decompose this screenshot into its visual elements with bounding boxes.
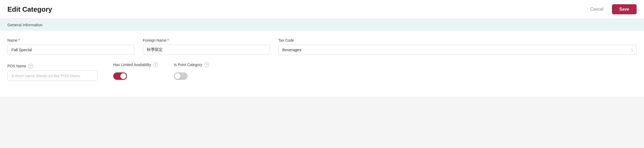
section-general-info-label: General Information	[7, 23, 43, 27]
foreign-name-input[interactable]	[143, 45, 270, 55]
pos-name-input[interactable]	[7, 71, 97, 81]
pos-name-help-icon[interactable]: ?	[28, 64, 33, 68]
pos-name-label: POS Name ?	[7, 64, 97, 68]
save-button[interactable]: Save	[612, 4, 637, 14]
has-limited-availability-help-icon[interactable]: ?	[153, 62, 158, 67]
page-header: Edit Category Cancel Save	[0, 0, 644, 19]
form-row-1: Name* Foreign Name* Tax Code Beverages F…	[7, 38, 637, 55]
is-point-category-help-icon[interactable]: ?	[204, 62, 209, 67]
pos-name-field-group: POS Name ?	[7, 64, 97, 81]
has-limited-availability-toggle-group: Has Limited Availability ?	[113, 62, 158, 81]
header-actions: Cancel Save	[586, 4, 637, 14]
tax-code-field-group: Tax Code Beverages Food Alcohol None ⤵	[278, 38, 637, 55]
tax-code-label: Tax Code	[278, 38, 637, 42]
tax-code-select-wrapper: Beverages Food Alcohol None ⤵	[278, 45, 637, 55]
name-input[interactable]	[7, 45, 134, 55]
is-point-category-toggle[interactable]	[174, 72, 188, 80]
name-required-star: *	[18, 38, 20, 42]
is-point-category-slider	[174, 72, 188, 80]
is-point-category-toggle-group: Is Point Category ?	[174, 62, 209, 81]
is-point-category-label: Is Point Category ?	[174, 62, 209, 67]
foreign-name-label: Foreign Name*	[143, 38, 270, 42]
name-field-group: Name*	[7, 38, 134, 55]
page-title: Edit Category	[7, 5, 52, 14]
name-label: Name*	[7, 38, 134, 42]
has-limited-availability-label: Has Limited Availability ?	[113, 62, 158, 67]
section-general-info: General Information	[0, 19, 644, 31]
cancel-button[interactable]: Cancel	[586, 5, 608, 14]
foreign-name-field-group: Foreign Name*	[143, 38, 270, 55]
form-area: Name* Foreign Name* Tax Code Beverages F…	[0, 31, 644, 97]
form-row-2: POS Name ? Has Limited Availability ? Is…	[7, 62, 637, 81]
foreign-name-required-star: *	[167, 38, 169, 42]
has-limited-availability-slider	[113, 72, 127, 80]
tax-code-select[interactable]: Beverages Food Alcohol None	[278, 45, 637, 55]
has-limited-availability-toggle[interactable]	[113, 72, 127, 80]
